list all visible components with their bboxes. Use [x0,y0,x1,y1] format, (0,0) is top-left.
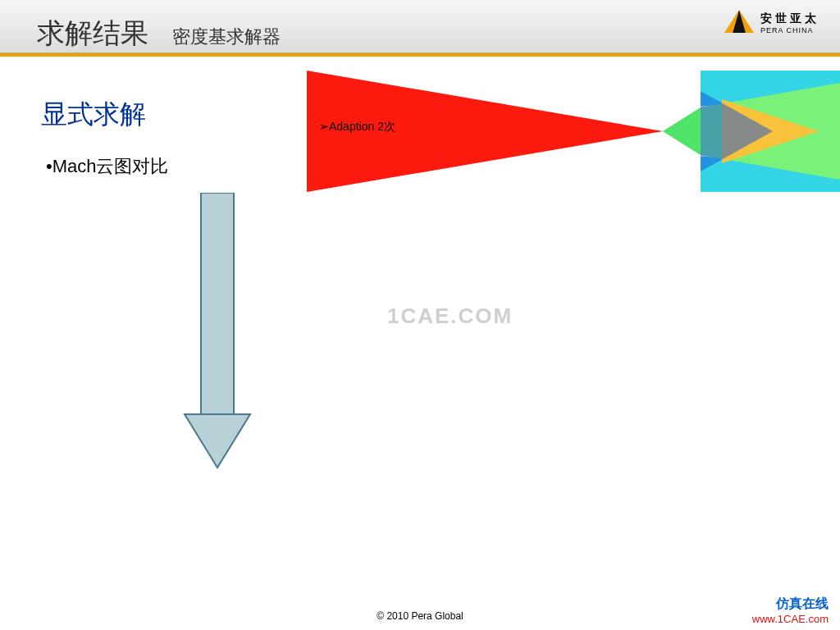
strip-4-label: ➢Adaption 2次 [319,120,395,135]
footer-brand-cn: 仿真在线 [752,596,829,613]
footer-brand-url: www.1CAE.com [752,613,829,625]
logo-cn: 安世亚太 [760,11,819,26]
down-arrow-icon [176,193,258,475]
pera-logo-icon [724,10,754,36]
slide-header: 求解结果 密度基求解器 安世亚太 PERA CHINA [0,0,840,53]
accent-bar [0,53,840,57]
svg-rect-3 [201,193,234,414]
footer-brand: 仿真在线 www.1CAE.com [752,596,829,625]
section-heading: 显式求解 [41,97,146,133]
logo-en: PERA CHINA [760,26,819,34]
contour-plots: ➢一阶 ➢二阶 [307,71,840,596]
strip-4: ➢Adaption 2次 [307,71,840,192]
company-logo: 安世亚太 PERA CHINA [724,10,819,36]
svg-marker-4 [185,414,250,468]
bullet-text: •Mach云图对比 [46,154,169,179]
title-sub: 密度基求解器 [172,25,281,49]
copyright: © 2010 Pera Global [0,610,840,622]
title-main: 求解结果 [37,15,148,52]
